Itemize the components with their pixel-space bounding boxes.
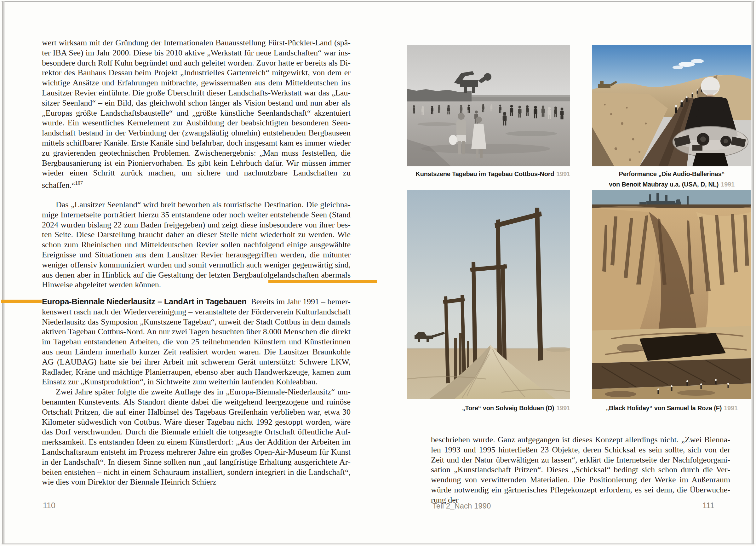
- caption-text: Kunstszene Tagebau im Tagebau Cottbus-No…: [416, 170, 554, 177]
- footnote-ref: 107: [75, 180, 83, 186]
- caption-photo1: Kunstszene Tagebau im Tagebau Cottbus-No…: [407, 169, 570, 179]
- accent-rule-heading: [1, 300, 42, 303]
- caption-text-line1: Performance „Die Audio-Ballerinas“: [592, 169, 751, 179]
- photo-black-holiday: [592, 190, 751, 399]
- accent-rule-right: [268, 280, 377, 283]
- caption-year: 1991: [556, 405, 570, 411]
- paragraph-block-right: beschrieben wurde. Ganz aufgegangen ist …: [431, 435, 730, 505]
- bw-crowd-photo-illustration: [407, 45, 570, 166]
- book-spread: wert wirksam mit der Gründung der Intern…: [0, 0, 756, 546]
- photo-audio-ballerinas: [592, 45, 751, 166]
- paragraph-block-1: wert wirksam mit der Gründung der Intern…: [42, 38, 351, 190]
- page-number-left: 110: [43, 501, 55, 510]
- section-paragraph: Europa-Biennale Niederlausitz – LandArt …: [42, 297, 351, 387]
- running-footer: Teil 2_Nach 1990: [432, 502, 491, 510]
- section-block: Europa-Biennale Niederlausitz – LandArt …: [42, 297, 351, 487]
- photo-kunstszene-tagebau: [407, 45, 570, 166]
- performer-in-mine-illustration: [592, 45, 751, 166]
- caption-photo3: „Tore“ von Solveig Bolduan (D)1991: [407, 403, 570, 413]
- section-heading: Europa-Biennale Niederlausitz – LandArt …: [42, 297, 251, 306]
- photo-tore-bolduan: [407, 190, 570, 399]
- caption-year: 1991: [724, 405, 738, 411]
- caption-text: „Black Holiday“ von Samuel la Roze (F): [606, 405, 722, 411]
- body-paragraph: Zwei Jahre später folgte die zweite Aufl…: [42, 387, 351, 487]
- caption-year: 1991: [721, 181, 735, 188]
- caption-text: von Benoit Maubray u.a. (USA, D, NL): [609, 181, 719, 188]
- body-paragraph: Das „Lausitzer Seenland“ wird breit bewo…: [42, 200, 351, 290]
- paragraph-block-2: Das „Lausitzer Seenland“ wird breit bewo…: [42, 200, 351, 290]
- caption-year: 1991: [556, 170, 570, 177]
- caption-photo4: „Black Holiday“ von Samuel la Roze (F)19…: [592, 403, 751, 413]
- caption-text-line2: von Benoit Maubray u.a. (USA, D, NL)1991: [592, 179, 751, 190]
- page-gutter: [378, 2, 378, 543]
- mine-landscape-illustration: [592, 190, 751, 399]
- body-paragraph: beschrieben wurde. Ganz aufgegangen ist …: [431, 435, 730, 505]
- page-edge-bottom: [2, 543, 754, 544]
- wooden-gates-illustration: [407, 190, 570, 399]
- paragraph-text: Bereits im Jahr 1991 – bemerkenswert ras…: [42, 297, 351, 386]
- page-number-right: 111: [683, 501, 714, 510]
- page-edge-left: [2, 1, 5, 543]
- caption-photo2: Performance „Die Audio-Ballerinas“ von B…: [592, 169, 751, 190]
- paragraph-text: wert wirksam mit der Gründung der Intern…: [42, 38, 351, 190]
- caption-text: „Tore“ von Solveig Bolduan (D): [462, 405, 554, 411]
- body-paragraph: wert wirksam mit der Gründung der Intern…: [42, 38, 351, 190]
